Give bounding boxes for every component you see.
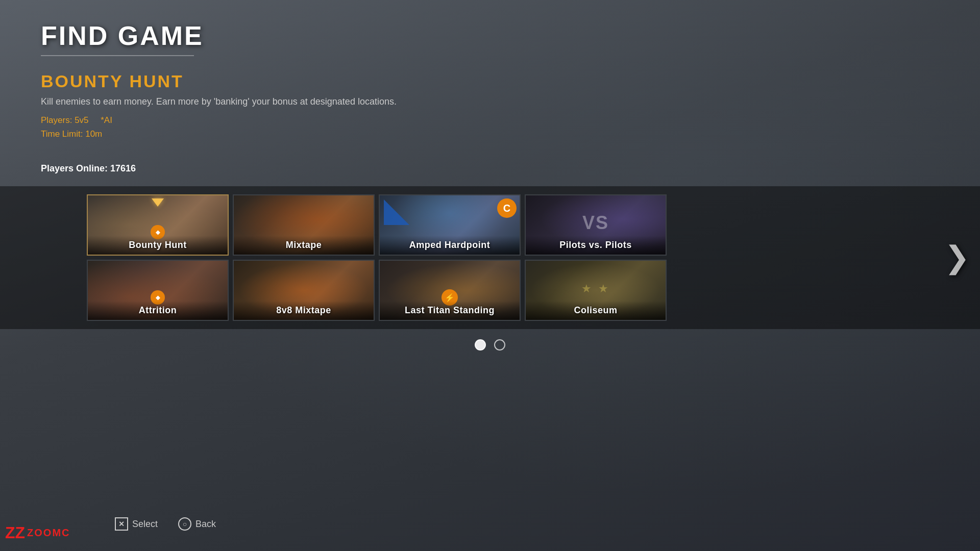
mode-details: Players: 5v5 *AI Time Limit: 10m [41, 113, 397, 141]
select-control: ✕ Select [115, 517, 158, 531]
card-label-8v8-mixtape: 8v8 Mixtape [234, 301, 374, 320]
grid-section: ◆ Bounty Hunt Mixtape C Amped Hardpoint … [0, 186, 980, 329]
game-mode-card-last-titan-standing[interactable]: ⚡ Last Titan Standing [379, 260, 521, 321]
page-title: FIND GAME [41, 20, 204, 51]
scroll-next-button[interactable]: ❯ [944, 242, 970, 273]
players-online: Players Online: 17616 [41, 163, 136, 174]
mode-description: Kill enemies to earn money. Earn more by… [41, 96, 397, 107]
game-mode-card-8v8-mixtape[interactable]: 8v8 Mixtape [233, 260, 375, 321]
pagination-dot-1[interactable] [475, 339, 486, 350]
title-underline [41, 55, 194, 56]
card-label-attrition: Attrition [88, 301, 228, 320]
mode-ai: *AI [101, 115, 112, 125]
game-mode-card-pilots-vs-pilots[interactable]: VS Pilots vs. Pilots [525, 194, 667, 256]
logo-label: ZOOMC [27, 527, 70, 539]
mode-players: Players: 5v5 [41, 115, 89, 125]
pagination [475, 339, 505, 350]
card-label-mixtape: Mixtape [234, 236, 374, 255]
back-button[interactable]: ○ [178, 517, 191, 531]
card-label-bounty-hunt: Bounty Hunt [88, 236, 228, 255]
game-mode-card-bounty-hunt[interactable]: ◆ Bounty Hunt [87, 194, 229, 256]
selected-arrow [152, 198, 164, 207]
card-label-last-titan-standing: Last Titan Standing [380, 301, 520, 320]
logo-icon: ZZ [5, 524, 25, 541]
mode-title: BOUNTY HUNT [41, 71, 397, 91]
game-grid: ◆ Bounty Hunt Mixtape C Amped Hardpoint … [87, 194, 893, 321]
back-control: ○ Back [178, 517, 216, 531]
players-online-count: 17616 [110, 163, 136, 173]
card-label-amped-hardpoint: Amped Hardpoint [380, 236, 520, 255]
pagination-dot-2[interactable] [494, 339, 505, 350]
players-online-label: Players Online: [41, 163, 108, 173]
select-button[interactable]: ✕ [115, 517, 128, 531]
mode-time-limit: Time Limit: 10m [41, 129, 102, 139]
back-label: Back [195, 519, 216, 530]
info-panel: BOUNTY HUNT Kill enemies to earn money. … [41, 71, 397, 141]
game-mode-card-attrition[interactable]: ◆ Attrition [87, 260, 229, 321]
game-mode-card-mixtape[interactable]: Mixtape [233, 194, 375, 256]
bottom-controls: ZZ ZOOMC ✕ Select ○ Back [33, 517, 216, 531]
card-label-pilots-vs-pilots: Pilots vs. Pilots [526, 236, 666, 255]
game-mode-card-amped-hardpoint[interactable]: C Amped Hardpoint [379, 194, 521, 256]
select-label: Select [132, 519, 158, 530]
card-label-coliseum: Coliseum [526, 301, 666, 320]
game-mode-card-coliseum[interactable]: ★ ★ Coliseum [525, 260, 667, 321]
